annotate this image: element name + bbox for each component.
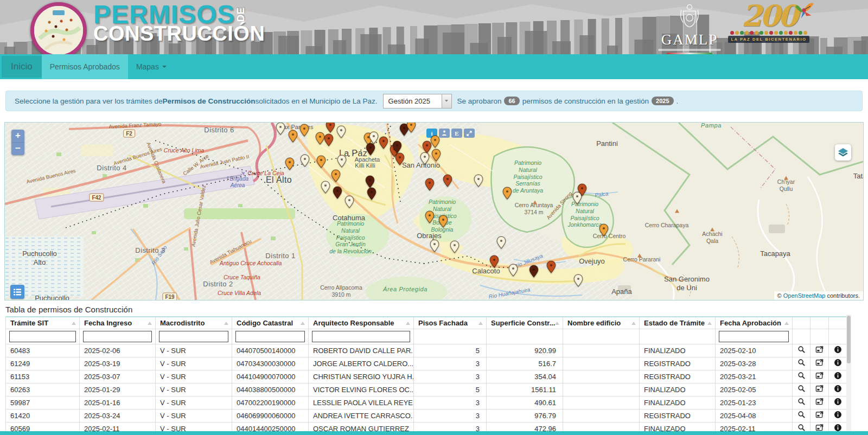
table-row[interactable]: 611532025-03-07V - SUR044104900070000CHR…: [6, 370, 847, 383]
report-button[interactable]: [810, 396, 829, 409]
report-button[interactable]: [810, 357, 829, 370]
map-marker[interactable]: [326, 122, 335, 133]
column-header-8[interactable]: Estado de Trámite: [640, 317, 716, 329]
column-header-1[interactable]: Fecha Ingreso: [80, 317, 156, 329]
scrollbar-thumb[interactable]: [847, 316, 851, 363]
map-marker[interactable]: [316, 155, 326, 168]
map-marker[interactable]: [502, 187, 512, 200]
map-marker[interactable]: [438, 215, 448, 228]
map-marker[interactable]: [337, 155, 347, 168]
filter-input-1[interactable]: [83, 331, 152, 342]
map-marker[interactable]: [285, 157, 295, 170]
map-marker[interactable]: [489, 255, 499, 268]
column-header-4[interactable]: Arquitecto Responsable: [309, 317, 414, 329]
layers-control[interactable]: [835, 144, 851, 161]
map-marker[interactable]: [546, 260, 556, 273]
info-button[interactable]: [829, 396, 847, 409]
nav-item-permisos-aprobados[interactable]: Permisos Aprobados: [42, 54, 128, 79]
view-details-button[interactable]: [793, 370, 810, 383]
filter-input-2[interactable]: [159, 331, 228, 342]
map-marker[interactable]: [379, 136, 388, 149]
map-marker[interactable]: [365, 175, 375, 188]
map-marker[interactable]: [474, 174, 483, 187]
permits-map[interactable]: ✈: [4, 122, 864, 300]
info-button[interactable]: [829, 357, 847, 370]
cell: LESSLIE PAOLA VILELA REYES: [309, 396, 414, 409]
map-marker[interactable]: [599, 223, 609, 236]
zoom-in-button[interactable]: +: [11, 130, 24, 143]
map-marker[interactable]: [430, 135, 440, 148]
nav-item-inicio[interactable]: Inicio: [2, 56, 42, 78]
info-button[interactable]: [829, 344, 847, 357]
report-button[interactable]: [810, 383, 829, 396]
column-header-3[interactable]: Código Catastral: [232, 317, 309, 329]
filter-input-4[interactable]: [312, 331, 410, 342]
map-marker[interactable]: [300, 154, 310, 167]
cell: 2025-02-10: [716, 344, 793, 357]
nav-item-mapas[interactable]: Mapas: [128, 54, 175, 79]
map-marker[interactable]: [276, 122, 285, 135]
map-marker[interactable]: [406, 122, 416, 133]
table-scrollbar[interactable]: [846, 315, 851, 431]
table-row[interactable]: 614202025-03-24V - SUR046069900060000AND…: [6, 409, 847, 422]
map-marker[interactable]: [573, 274, 583, 287]
filter-input-0[interactable]: [9, 331, 76, 342]
report-button[interactable]: [810, 409, 829, 422]
map-marker[interactable]: [324, 133, 334, 146]
map-marker[interactable]: [299, 124, 309, 137]
column-header-9[interactable]: Fecha Aprobación: [716, 317, 793, 329]
cell: 2025-02-05: [716, 383, 793, 396]
map-marker[interactable]: [572, 191, 582, 204]
table-row[interactable]: 604832025-02-06V - SUR044070500140000ROB…: [6, 344, 847, 357]
table-row[interactable]: 599872025-01-16V - SUR047002200190000LES…: [6, 396, 847, 409]
map-edit-button[interactable]: E: [451, 129, 462, 138]
cell: [563, 357, 640, 370]
map-marker[interactable]: [392, 140, 402, 153]
map-marker[interactable]: [508, 264, 518, 277]
map-marker[interactable]: [366, 143, 375, 156]
map-marker[interactable]: [496, 236, 506, 249]
map-marker[interactable]: [288, 130, 298, 143]
view-details-button[interactable]: [793, 383, 810, 396]
map-marker[interactable]: [529, 265, 539, 278]
map-marker[interactable]: [344, 195, 354, 208]
view-details-button[interactable]: [793, 409, 810, 422]
table-row[interactable]: 602632025-01-29V - SUR044038800500000VIC…: [6, 383, 847, 396]
map-marker[interactable]: [333, 186, 342, 199]
map-fullscreen-button[interactable]: [464, 129, 475, 138]
column-header-2[interactable]: Macrodistrito: [156, 317, 232, 329]
report-button[interactable]: [810, 344, 829, 357]
openstreetmap-link[interactable]: OpenStreetMap: [783, 292, 826, 299]
map-marker[interactable]: [425, 210, 435, 223]
map-marker[interactable]: [430, 239, 439, 252]
column-header-6[interactable]: Superficie Constr...: [487, 317, 563, 329]
table-row[interactable]: 612492025-03-19V - SUR047034300030000JOR…: [6, 357, 847, 370]
filter-input-9[interactable]: [719, 331, 789, 342]
map-marker[interactable]: [321, 181, 330, 194]
filter-input-3[interactable]: [235, 331, 305, 342]
view-details-button[interactable]: [793, 344, 810, 357]
map-marker[interactable]: [443, 174, 452, 187]
column-header-0[interactable]: Trámite SIT: [6, 317, 80, 329]
info-button[interactable]: [829, 383, 847, 396]
info-button[interactable]: [829, 409, 847, 422]
report-button[interactable]: [810, 370, 829, 383]
column-header-5[interactable]: Pisos Fachada: [414, 317, 487, 329]
info-button[interactable]: [829, 370, 847, 383]
gestion-select-arrow[interactable]: [442, 94, 451, 108]
view-details-button[interactable]: [793, 357, 810, 370]
map-marker[interactable]: [331, 169, 341, 182]
map-marker[interactable]: [450, 240, 459, 253]
gestion-select[interactable]: Gestión 2025: [383, 94, 452, 108]
map-marker[interactable]: [336, 125, 346, 138]
map-marker[interactable]: [367, 187, 376, 200]
legend-button[interactable]: [10, 285, 24, 299]
map-marker[interactable]: [425, 178, 435, 191]
map-marker[interactable]: [395, 152, 405, 165]
zoom-out-button[interactable]: −: [11, 143, 24, 155]
map-street-view-button[interactable]: [439, 129, 450, 138]
column-header-7[interactable]: Nombre edificio: [563, 317, 640, 329]
map-marker[interactable]: [431, 149, 441, 162]
map-marker[interactable]: [420, 152, 430, 165]
view-details-button[interactable]: [793, 396, 810, 409]
